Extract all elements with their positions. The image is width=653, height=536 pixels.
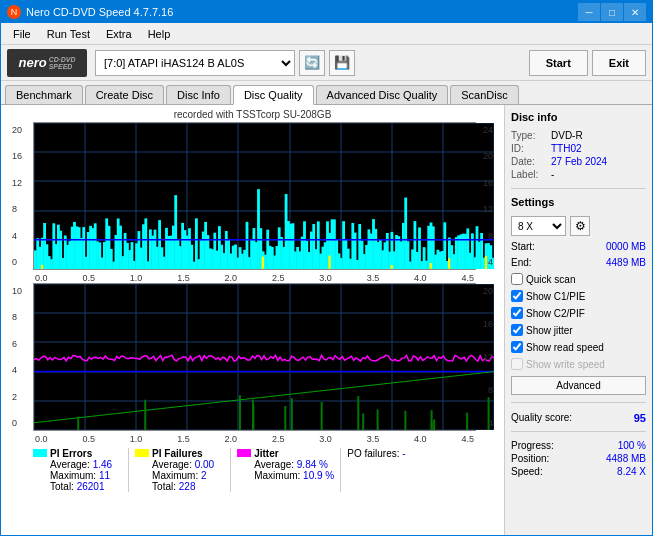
quality-score-label: Quality score: [511,412,572,424]
menubar: File Run Test Extra Help [1,23,652,45]
show-c1pie-checkbox[interactable] [511,290,523,302]
pi-errors-stats: PI Errors Average: 1.46 Maximum: 11 Tota… [50,448,112,492]
pi-failures-max: Maximum: 2 [152,470,214,481]
window-controls: ─ □ ✕ [578,3,646,21]
settings-icon-button[interactable]: ⚙ [570,216,590,236]
tab-create-disc[interactable]: Create Disc [85,85,164,104]
app-icon: N [7,5,21,19]
jitter-legend: Jitter Average: 9.84 % Maximum: 10.9 % [237,448,334,492]
divider-2 [511,402,646,403]
quick-scan-checkbox[interactable] [511,273,523,285]
top-chart-x-labels: 0.00.51.01.52.02.53.03.54.04.5 [33,273,476,283]
top-chart-y-right: 2420161284 [483,123,493,269]
pi-failures-stats: PI Failures Average: 0.00 Maximum: 2 Tot… [152,448,214,492]
quality-score-value: 95 [634,412,646,424]
menu-run-test[interactable]: Run Test [39,26,98,42]
bottom-chart-container: 1086420 20161284 [33,283,476,431]
window-title: Nero CD-DVD Speed 4.7.7.16 [26,6,578,18]
divider-1 [511,188,646,189]
refresh-button[interactable]: 🔄 [299,50,325,76]
disc-id-row: ID: TTH02 [511,142,646,155]
tab-disc-quality[interactable]: Disc Quality [233,85,314,105]
separator-2 [230,448,231,492]
jitter-max: Maximum: 10.9 % [254,470,334,481]
disc-info-table: Type: DVD-R ID: TTH02 Date: 27 Feb 2024 … [511,129,646,181]
tabs-bar: Benchmark Create Disc Disc Info Disc Qua… [1,81,652,105]
close-button[interactable]: ✕ [624,3,646,21]
jitter-label: Jitter [254,448,334,459]
show-jitter-label: Show jitter [526,325,573,336]
show-read-speed-checkbox[interactable] [511,341,523,353]
main-content: recorded with TSSTcorp SU-208GB 20161284… [1,105,652,535]
quick-scan-row: Quick scan [511,273,646,285]
po-failures-stats: PO failures: - [347,448,405,492]
show-c2pif-row: Show C2/PIF [511,307,646,319]
main-window: N Nero CD-DVD Speed 4.7.7.16 ─ □ ✕ File … [0,0,653,536]
logo-subtext: CD·DVDSPEED [49,56,76,70]
bottom-chart-y-right: 20161284 [483,284,493,430]
top-chart-container: 201612840 2420161284 [33,122,476,270]
show-c2pif-checkbox[interactable] [511,307,523,319]
save-button[interactable]: 💾 [329,50,355,76]
start-mb-row: Start: 0000 MB [511,241,646,252]
speed-select[interactable]: 8 X [511,216,566,236]
nero-logo: nero CD·DVDSPEED [7,49,87,77]
menu-help[interactable]: Help [140,26,179,42]
minimize-button[interactable]: ─ [578,3,600,21]
toolbar: nero CD·DVDSPEED [7:0] ATAPI iHAS124 B A… [1,45,652,81]
progress-row: Progress: 100 % [511,439,646,452]
jitter-stats: Jitter Average: 9.84 % Maximum: 10.9 % [254,448,334,481]
show-write-speed-checkbox[interactable] [511,358,523,370]
speed-settings-row: 8 X ⚙ [511,216,646,236]
show-c1pie-label: Show C1/PIE [526,291,585,302]
start-value: 0000 MB [606,241,646,252]
advanced-button[interactable]: Advanced [511,376,646,395]
pi-errors-max: Maximum: 11 [50,470,112,481]
jitter-color [237,449,251,457]
maximize-button[interactable]: □ [601,3,623,21]
disc-info-title: Disc info [511,111,646,123]
show-c1pie-row: Show C1/PIE [511,290,646,302]
show-jitter-checkbox[interactable] [511,324,523,336]
quality-score-row: Quality score: 95 [511,412,646,424]
pi-errors-total: Total: 26201 [50,481,112,492]
start-label: Start: [511,241,535,252]
bottom-chart-canvas [34,284,494,430]
jitter-avg: Average: 9.84 % [254,459,334,470]
legend-stats: PI Errors Average: 1.46 Maximum: 11 Tota… [33,448,500,492]
titlebar: N Nero CD-DVD Speed 4.7.7.16 ─ □ ✕ [1,1,652,23]
show-read-speed-label: Show read speed [526,342,604,353]
disc-date-row: Date: 27 Feb 2024 [511,155,646,168]
show-jitter-row: Show jitter [511,324,646,336]
bottom-chart-y-left: 1086420 [12,284,22,430]
settings-title: Settings [511,196,646,208]
pi-failures-legend: PI Failures Average: 0.00 Maximum: 2 Tot… [135,448,214,492]
end-mb-row: End: 4489 MB [511,257,646,268]
right-panel: Disc info Type: DVD-R ID: TTH02 Date: 27… [504,105,652,535]
pi-failures-avg: Average: 0.00 [152,459,214,470]
pi-errors-legend: PI Errors Average: 1.46 Maximum: 11 Tota… [33,448,112,492]
menu-file[interactable]: File [5,26,39,42]
pi-failures-label: PI Failures [152,448,214,459]
exit-button[interactable]: Exit [592,50,646,76]
po-failures-row: PO failures: - [347,448,405,459]
drive-select[interactable]: [7:0] ATAPI iHAS124 B AL0S [95,50,295,76]
show-write-speed-row: Show write speed [511,358,646,370]
pi-errors-label: PI Errors [50,448,112,459]
tab-benchmark[interactable]: Benchmark [5,85,83,104]
chart-subtitle: recorded with TSSTcorp SU-208GB [5,109,500,120]
tab-disc-info[interactable]: Disc Info [166,85,231,104]
start-button[interactable]: Start [529,50,588,76]
show-read-speed-row: Show read speed [511,341,646,353]
disc-label-row: Label: - [511,168,646,181]
show-c2pif-label: Show C2/PIF [526,308,585,319]
menu-extra[interactable]: Extra [98,26,140,42]
pi-failures-color [135,449,149,457]
pi-errors-color [33,449,47,457]
progress-table: Progress: 100 % Position: 4488 MB Speed:… [511,439,646,478]
tab-scandisc[interactable]: ScanDisc [450,85,518,104]
divider-3 [511,431,646,432]
tab-advanced-disc-quality[interactable]: Advanced Disc Quality [316,85,449,104]
top-chart-canvas [34,123,494,269]
quick-scan-label: Quick scan [526,274,575,285]
